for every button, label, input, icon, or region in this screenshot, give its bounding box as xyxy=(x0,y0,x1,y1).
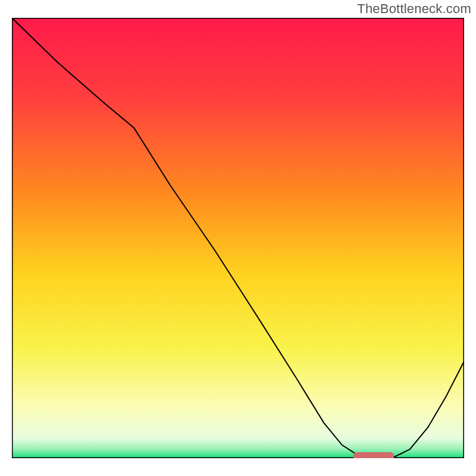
chart-frame: TheBottleneck.com xyxy=(0,0,476,476)
plot-area xyxy=(12,18,464,458)
optimal-marker xyxy=(353,452,394,458)
watermark-text: TheBottleneck.com xyxy=(357,1,471,17)
gradient-background xyxy=(12,18,464,458)
chart-svg xyxy=(12,18,464,458)
